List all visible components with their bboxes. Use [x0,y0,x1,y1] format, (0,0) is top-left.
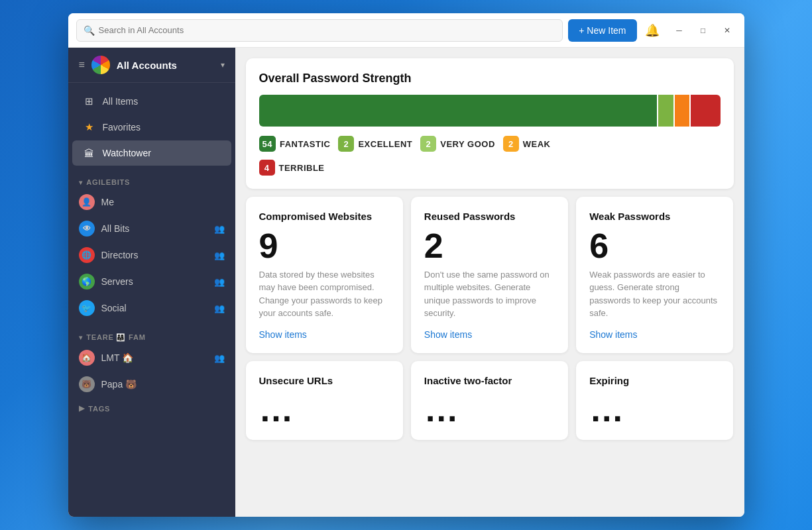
app-logo [91,56,110,74]
show-items-compromised[interactable]: Show items [259,329,390,340]
vault-directors-name: Directors [101,250,207,260]
card-weak: Weak Passwords 6 Weak passwords are easi… [576,197,733,353]
maximize-button[interactable]: □ [694,24,713,37]
badge-excellent: 2 [338,136,354,152]
content-area: Overall Password Strength 54 FANTASTIC 2… [235,48,744,517]
card-unsecure-title: Unsecure URLs [259,374,390,388]
vault-social[interactable]: 🐦 Social 👥 [68,295,235,321]
bar-weak [675,95,689,127]
section-chevron-icon: ▾ [79,179,83,186]
strength-bar [259,95,721,127]
label-terrible-text: TERRIBLE [279,163,325,173]
vault-all-bits[interactable]: 👁 All Bits 👥 [68,215,235,242]
card-reused-count: 2 [424,229,555,263]
card-inactive-2fa: Inactive two-factor … [411,361,568,441]
chevron-down-icon[interactable]: ▾ [221,60,225,70]
card-expiring: Expiring … [576,361,733,441]
teare-section-header: ▾ TEARE 👨‍👩‍👧 FAM [68,327,235,344]
account-name: All Accounts [117,60,214,71]
title-bar: 🔍 + New Item 🔔 ─ □ ✕ [68,13,744,48]
sidebar-item-favorites[interactable]: ★ Favorites [72,115,231,140]
card-weak-title: Weak Passwords [589,210,720,223]
sidebar-item-watchtower[interactable]: 🏛 Watchtower [72,140,231,166]
sidebar-nav: ⊞ All Items ★ Favorites 🏛 Watchtower [68,83,235,172]
card-inactive-2fa-count: … [424,392,555,427]
card-inactive-2fa-title: Inactive two-factor [424,374,555,388]
label-very-good: 2 VERY GOOD [420,136,495,152]
vault-directors[interactable]: 🌐 Directors 👥 [68,242,235,268]
vault-lmt-avatar: 🏠 [79,350,95,366]
label-terrible: 4 TERRIBLE [259,160,721,176]
vault-papa[interactable]: 🐻 Papa 🐻 [68,371,235,398]
close-button[interactable]: ✕ [718,24,736,37]
vault-social-avatar: 🐦 [79,300,95,316]
label-excellent: 2 EXCELLENT [338,136,412,152]
share-icon: 👥 [214,224,225,234]
bar-fantastic [259,95,658,127]
window-controls: ─ □ ✕ [670,24,736,37]
vault-servers-avatar: 🌎 [79,274,95,290]
info-cards-grid: Compromised Websites 9 Data stored by th… [246,197,734,440]
bar-terrible [691,95,721,127]
search-input[interactable] [99,25,556,35]
label-fantastic: 54 FANTASTIC [259,136,331,152]
search-icon: 🔍 [84,25,95,36]
label-weak-text: WEAK [523,139,551,149]
share-icon: 👥 [214,303,225,313]
agilebits-section-header: ▾ AGILEBITS [68,172,235,189]
card-weak-count: 6 [589,229,720,263]
vault-all-bits-avatar: 👁 [79,221,95,237]
watchtower-icon: 🏛 [83,146,96,160]
label-excellent-text: EXCELLENT [358,139,412,149]
card-reused-title: Reused Passwords [424,210,555,223]
new-item-button[interactable]: + New Item [568,19,636,42]
label-very-good-text: VERY GOOD [440,139,495,149]
vault-me[interactable]: 👤 Me [68,189,235,215]
all-items-icon: ⊞ [83,95,96,108]
sidebar-item-label: Favorites [103,122,141,132]
tags-label: TAGS [88,405,110,413]
share-icon: 👥 [214,277,225,287]
label-weak: 2 WEAK [503,136,551,152]
section-chevron-icon: ▾ [79,334,83,341]
badge-terrible: 4 [259,160,275,176]
show-items-reused[interactable]: Show items [424,329,555,340]
sidebar-item-all-items[interactable]: ⊞ All Items [72,89,231,114]
card-reused-desc: Don't use the same password on multiple … [424,268,555,320]
share-icon: 👥 [214,353,225,363]
new-item-label: + New Item [579,25,626,36]
main-content: ≡ All Accounts ▾ ⊞ All Items ★ Favorites… [68,48,744,517]
bar-excellent [658,95,673,127]
card-compromised-desc: Data stored by these websites may have b… [259,268,390,320]
minimize-button[interactable]: ─ [670,24,689,37]
card-weak-desc: Weak passwords are easier to guess. Gene… [589,268,720,320]
tags-section[interactable]: ▶ TAGS [68,398,235,415]
badge-fantastic: 54 [259,136,276,152]
app-window: 🔍 + New Item 🔔 ─ □ ✕ ≡ All Accounts [68,13,744,517]
vault-servers[interactable]: 🌎 Servers 👥 [68,268,235,295]
sidebar-item-label: Watchtower [103,148,151,158]
sidebar-item-label: All Items [103,96,139,107]
card-expiring-count: … [589,392,720,427]
badge-very-good: 2 [420,136,436,152]
vault-me-name: Me [101,197,225,207]
vault-lmt-name: LMT 🏠 [101,352,207,363]
show-items-weak[interactable]: Show items [589,329,720,340]
vault-me-avatar: 👤 [79,194,95,210]
teare-vaults: 🏠 LMT 🏠 👥 🐻 Papa 🐻 [68,344,235,398]
vault-lmt[interactable]: 🏠 LMT 🏠 👥 [68,344,235,371]
card-compromised-title: Compromised Websites [259,210,390,223]
section-label: TEARE 👨‍👩‍👧 FAM [86,333,145,342]
vault-servers-name: Servers [101,276,207,287]
vault-papa-avatar: 🐻 [79,376,95,392]
agilebits-vaults: 👤 Me 👁 All Bits 👥 🌐 Directors 👥 🌎 Server… [68,189,235,321]
sidebar-header: ≡ All Accounts ▾ [68,48,235,83]
favorites-icon: ★ [83,121,96,134]
card-unsecure-count: … [259,392,390,427]
search-box[interactable]: 🔍 [76,19,563,42]
strength-card: Overall Password Strength 54 FANTASTIC 2… [246,58,734,189]
notification-icon[interactable]: 🔔 [645,23,660,38]
vault-all-bits-name: All Bits [101,223,207,234]
section-label: AGILEBITS [86,178,130,186]
hamburger-icon[interactable]: ≡ [79,59,85,71]
